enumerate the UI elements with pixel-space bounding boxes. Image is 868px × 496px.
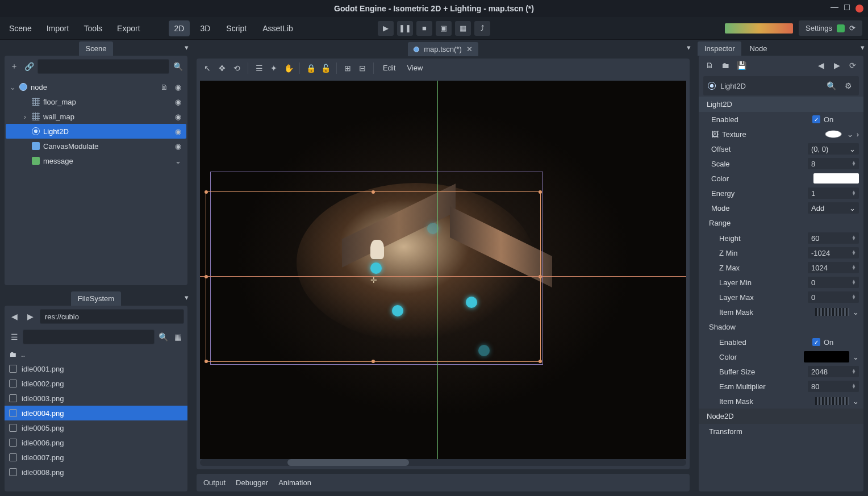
tab-inspector[interactable]: Inspector [698,41,741,56]
prop-layermin[interactable]: Layer Min0▲▼ [699,275,863,290]
scene-tab-map[interactable]: map.tscn(*) ✕ [408,42,478,56]
tab-filesystem[interactable]: FileSystem [71,291,121,306]
tab-node[interactable]: Node [742,41,774,56]
play-scene-button[interactable]: ▣ [436,21,452,36]
prop-energy[interactable]: Energy 1▲▼ [699,186,863,201]
unlock-button[interactable]: 🔓 [319,62,332,74]
stop-button[interactable]: ■ [416,21,432,36]
history-fwd-button[interactable]: ▶ [831,59,843,72]
prop-enabled[interactable]: Enabled ✓ On [699,112,863,127]
tab-debugger[interactable]: Debugger [236,478,268,487]
chevron-down-icon[interactable]: ⌄ [853,397,859,406]
object-picker[interactable]: Light2D 🔍 ⚙ [703,76,859,95]
chevron-down-icon[interactable]: ⌄ [847,130,853,139]
move-tool[interactable]: ✥ [216,62,228,74]
resize-handle[interactable] [539,190,542,194]
settings-button[interactable]: Settings ⟳ [799,20,862,36]
pivot-tool[interactable]: ✦ [268,62,280,74]
file-row[interactable]: idle0003.png [5,391,187,406]
play-button[interactable]: ▶ [378,21,394,36]
viewport-canvas[interactable]: ✛ [200,81,686,459]
prop-mode[interactable]: Mode Add⌄ [699,201,863,215]
resize-handle[interactable] [205,275,208,278]
pause-button[interactable]: ❚❚ [397,21,413,36]
file-row[interactable]: idle0008.png [5,465,187,480]
tree-mode-button[interactable]: ☰ [8,331,20,343]
resize-handle[interactable] [372,360,375,363]
path-field[interactable]: res://cubio [40,309,184,324]
prop-shadow-color[interactable]: Color⌄ [699,349,863,364]
prop-scale[interactable]: Scale 8▲▼ [699,156,863,171]
expand-toggle[interactable]: ⌄ [173,157,183,165]
menu-import[interactable]: Import [43,20,73,36]
section-shadow[interactable]: Shadow [699,319,863,335]
section-range[interactable]: Range [699,215,863,231]
edit-menu[interactable]: Edit [378,61,400,74]
script-icon[interactable]: 🗎 [159,83,169,91]
prop-zmax[interactable]: Z Max1024▲▼ [699,260,863,275]
prop-offset[interactable]: Offset (0, 0)⌄ [699,141,863,156]
tree-item-floor-map[interactable]: floor_map ◉ [6,94,186,109]
tree-item-light2d[interactable]: Light2D ◉ [6,124,186,139]
file-row[interactable]: idle0002.png [5,376,187,391]
tree-item-wall-map[interactable]: › wall_map ◉ [6,109,186,124]
tab-animation[interactable]: Animation [278,478,311,487]
dock-options-icon[interactable]: ▾ [185,293,189,302]
spinner-icon[interactable]: ▲▼ [852,161,856,166]
visibility-toggle[interactable]: ◉ [173,112,183,121]
prop-esm[interactable]: Esm Multiplier80▲▼ [699,379,863,394]
menu-scene[interactable]: Scene [6,20,35,36]
file-row[interactable]: idle0004.png [5,406,187,420]
search-icon[interactable]: 🔍 [157,331,169,343]
select-tool[interactable]: ↖ [201,62,214,74]
checkbox-icon[interactable]: ✓ [812,338,820,346]
maximize-icon[interactable] [844,5,850,10]
history-button[interactable]: ⟳ [846,59,859,72]
tree-item-canvasmodulate[interactable]: CanvasModulate ◉ [6,139,186,153]
grid-mode-button[interactable]: ▦ [172,331,184,343]
section-transform[interactable]: Transform [699,424,863,439]
snap-config-button[interactable]: ⊟ [356,62,369,74]
close-tab-icon[interactable]: ✕ [466,45,473,53]
scrollbar-thumb[interactable] [287,459,409,466]
prop-shadow-itemmask[interactable]: Item Mask⌄ [699,394,863,409]
dock-options-icon[interactable]: ▾ [185,43,189,52]
tree-item-message[interactable]: message ⌄ [6,153,186,168]
resize-handle[interactable] [205,190,208,194]
file-row[interactable]: idle0007.png [5,450,187,465]
prop-layermax[interactable]: Layer Max0▲▼ [699,290,863,305]
texture-preview[interactable] [823,130,844,139]
file-row[interactable]: idle0001.png [5,361,187,376]
visibility-toggle[interactable]: ◉ [173,127,183,136]
workspace-script[interactable]: Script [220,20,252,36]
tab-scene[interactable]: Scene [79,41,114,56]
snap-button[interactable]: ⊞ [341,62,354,74]
chevron-down-icon[interactable]: ⌄ [853,308,859,316]
visibility-toggle[interactable]: ◉ [173,98,183,106]
horizontal-scrollbar[interactable] [200,459,686,466]
chevron-down-icon[interactable]: ⌄ [849,145,856,153]
layermask-editor[interactable] [815,308,849,316]
checkbox-icon[interactable]: ✓ [812,115,820,123]
save-resource-button[interactable]: 💾 [735,59,748,72]
resize-handle[interactable] [539,275,542,278]
remote-debug-button[interactable]: ⤴ [474,21,490,36]
spinner-icon[interactable]: ▲▼ [852,191,856,195]
resize-handle[interactable] [205,360,208,363]
gear-icon[interactable]: ⚙ [842,80,854,92]
open-resource-button[interactable]: 🖿 [719,59,732,72]
file-filter-input[interactable] [23,330,155,344]
menu-tools[interactable]: Tools [80,20,106,36]
prop-height[interactable]: Height60▲▼ [699,231,863,245]
file-row-parent[interactable]: 🖿 .. [5,347,187,361]
tab-output[interactable]: Output [203,478,226,487]
workspace-assetlib[interactable]: AssetLib [257,20,299,36]
file-row[interactable]: idle0006.png [5,435,187,450]
nav-back-button[interactable]: ◀ [8,310,20,323]
color-swatch[interactable] [813,173,859,184]
menu-export[interactable]: Export [114,20,143,36]
prop-shadow-enabled[interactable]: Enabled ✓ On [699,335,863,349]
close-icon[interactable] [856,5,863,12]
section-light2d[interactable]: Light2D [699,97,863,112]
view-menu[interactable]: View [402,61,427,74]
